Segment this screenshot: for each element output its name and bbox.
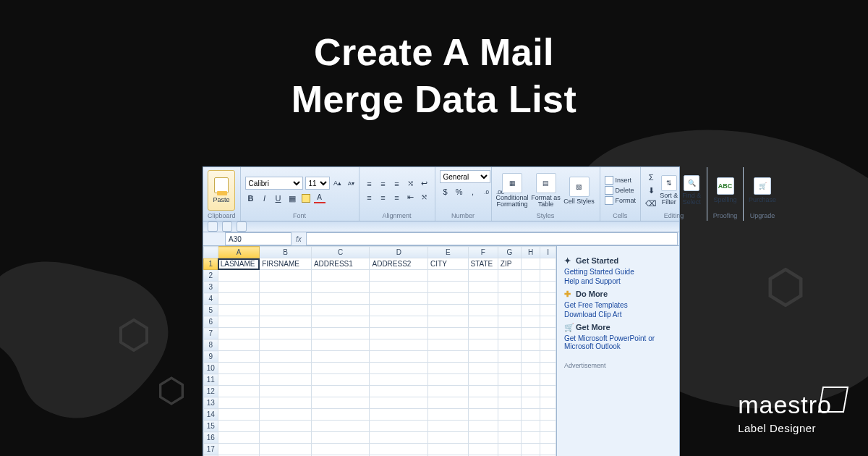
cell[interactable]: [468, 328, 498, 339]
cell[interactable]: [468, 282, 498, 293]
cell[interactable]: [260, 432, 312, 444]
cell[interactable]: [260, 444, 312, 455]
cell[interactable]: [218, 444, 260, 455]
cell[interactable]: [428, 444, 468, 455]
cell[interactable]: [498, 363, 521, 374]
percent-button[interactable]: %: [454, 186, 465, 198]
cell[interactable]: [522, 351, 540, 363]
cell[interactable]: [522, 270, 540, 282]
cell[interactable]: [218, 363, 260, 374]
cell[interactable]: [540, 328, 556, 339]
cell[interactable]: [498, 351, 521, 363]
cell[interactable]: [540, 282, 556, 293]
sort-filter-button[interactable]: ⇅ Sort & Filter: [658, 175, 680, 206]
cell[interactable]: [260, 374, 312, 386]
cell[interactable]: [218, 386, 260, 397]
cell[interactable]: [428, 339, 468, 351]
cell[interactable]: ADDRESS1: [311, 258, 370, 270]
cell[interactable]: [428, 328, 468, 339]
increase-decimal-button[interactable]: .0: [481, 186, 493, 198]
cell[interactable]: [260, 351, 312, 363]
bold-button[interactable]: B: [245, 193, 257, 204]
cell[interactable]: [540, 444, 556, 455]
cell[interactable]: [468, 305, 498, 316]
cell[interactable]: [540, 293, 556, 305]
cell[interactable]: [468, 270, 498, 282]
cell[interactable]: [218, 339, 260, 351]
qat-undo-button[interactable]: [222, 221, 232, 232]
cell[interactable]: [540, 270, 556, 282]
cell[interactable]: [260, 316, 312, 328]
qat-save-button[interactable]: [208, 221, 218, 232]
column-header[interactable]: E: [428, 247, 468, 258]
delete-button[interactable]: Delete: [605, 186, 637, 195]
cell[interactable]: [540, 339, 556, 351]
cell[interactable]: [468, 374, 498, 386]
cell[interactable]: [540, 386, 556, 397]
row-header[interactable]: 17: [204, 444, 218, 455]
column-header[interactable]: F: [468, 247, 498, 258]
cell[interactable]: [311, 270, 370, 282]
align-right-button[interactable]: ≡: [391, 192, 403, 203]
column-header[interactable]: C: [311, 247, 370, 258]
number-format-select[interactable]: General: [440, 170, 490, 183]
cell[interactable]: [218, 282, 260, 293]
autosum-button[interactable]: Σ: [645, 172, 657, 183]
cell[interactable]: [498, 409, 521, 421]
cell[interactable]: [468, 293, 498, 305]
row-header[interactable]: 4: [204, 293, 218, 305]
cell[interactable]: [522, 305, 540, 316]
cell[interactable]: [498, 293, 521, 305]
cell[interactable]: [311, 293, 370, 305]
purchase-button[interactable]: 🛒 Purchase: [748, 177, 777, 203]
row-header[interactable]: 14: [204, 409, 218, 421]
cell[interactable]: [522, 374, 540, 386]
cell[interactable]: [218, 374, 260, 386]
cell[interactable]: [498, 339, 521, 351]
cell[interactable]: [370, 421, 428, 432]
row-header[interactable]: 12: [204, 386, 218, 397]
format-as-table-button[interactable]: ▤ Format as Table: [530, 173, 562, 208]
cell[interactable]: [428, 293, 468, 305]
column-header[interactable]: A: [218, 247, 260, 258]
cell[interactable]: [260, 293, 312, 305]
get-powerpoint-link[interactable]: Get Microsoft PowerPoint or Microsoft Ou…: [564, 334, 672, 350]
name-box[interactable]: A30: [225, 232, 292, 245]
cell[interactable]: [370, 444, 428, 455]
cell[interactable]: ZIP: [498, 258, 521, 270]
row-header[interactable]: 10: [204, 363, 218, 374]
comma-button[interactable]: ,: [467, 186, 479, 198]
cell[interactable]: [218, 432, 260, 444]
align-middle-button[interactable]: ≡: [378, 178, 389, 190]
cell[interactable]: [218, 316, 260, 328]
cell[interactable]: [370, 293, 428, 305]
cell[interactable]: [370, 409, 428, 421]
conditional-formatting-button[interactable]: ▦ Conditional Formatting: [496, 173, 529, 208]
border-button[interactable]: ▦: [286, 193, 298, 204]
cell[interactable]: [522, 293, 540, 305]
cell[interactable]: [540, 351, 556, 363]
row-header[interactable]: 3: [204, 282, 218, 293]
cell[interactable]: [540, 258, 556, 270]
cell[interactable]: [311, 363, 370, 374]
row-header[interactable]: 5: [204, 305, 218, 316]
cell[interactable]: [522, 282, 540, 293]
cell[interactable]: [522, 432, 540, 444]
cell[interactable]: ADDRESS2: [370, 258, 428, 270]
cell[interactable]: [522, 328, 540, 339]
cell[interactable]: [311, 397, 370, 409]
row-header[interactable]: 6: [204, 316, 218, 328]
get-templates-link[interactable]: Get Free Templates: [564, 301, 672, 309]
cell[interactable]: [522, 397, 540, 409]
cell[interactable]: [468, 339, 498, 351]
cell[interactable]: [260, 339, 312, 351]
cell[interactable]: [428, 432, 468, 444]
cell[interactable]: [311, 374, 370, 386]
fx-label[interactable]: fx: [296, 235, 302, 243]
grow-font-button[interactable]: A▴: [332, 177, 344, 189]
cell[interactable]: [260, 270, 312, 282]
cell[interactable]: [260, 282, 312, 293]
cell[interactable]: [468, 421, 498, 432]
spreadsheet-grid[interactable]: ABCDEFGHI1LASNAMEFIRSNAMEADDRESS1ADDRESS…: [203, 246, 556, 456]
cell[interactable]: [428, 363, 468, 374]
